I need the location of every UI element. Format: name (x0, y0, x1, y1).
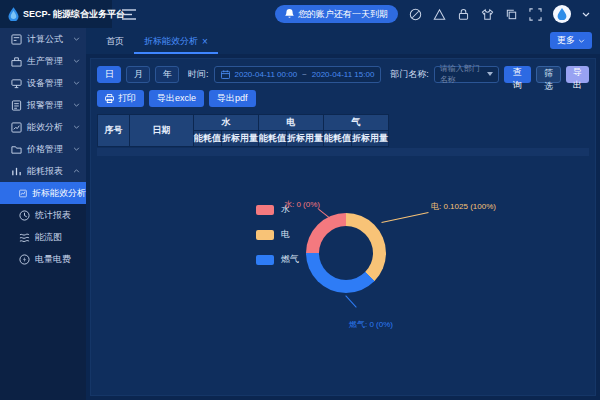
calendar-icon (221, 70, 230, 79)
sidebar-nav: 计算公式 生产管理 设备管理 报警管理 能效分析 价格管理 能耗报表 折标能效分… (0, 28, 86, 400)
lock-icon[interactable] (457, 8, 470, 21)
period-day-button[interactable]: 日 (97, 66, 121, 83)
sidebar-item-production[interactable]: 生产管理 (0, 50, 86, 72)
sidebar-subitem-energy-flow[interactable]: 能流图 (0, 226, 86, 248)
chevron-down-icon (73, 103, 80, 107)
col-header-standard: 折标用量 (287, 131, 324, 147)
chevron-down-icon (73, 147, 80, 151)
badge-icon[interactable] (409, 8, 422, 21)
sidebar-item-efficiency[interactable]: 能效分析 (0, 116, 86, 138)
tab-label: 首页 (106, 35, 124, 48)
col-header-standard: 折标用量 (352, 131, 389, 147)
legend-item-electric[interactable]: 电 (256, 228, 299, 241)
hamburger-menu-icon[interactable] (122, 9, 136, 20)
col-group-gas: 气 (324, 115, 389, 131)
period-year-button[interactable]: 年 (155, 66, 179, 83)
donut-label-water: 水: 0 (0%) (284, 199, 320, 210)
sidebar-item-label: 能效分析 (27, 121, 63, 134)
chart-legend: 水 电 燃气 (256, 203, 299, 266)
search-button[interactable]: 查询 (504, 66, 531, 83)
legend-label: 燃气 (281, 253, 299, 266)
col-header-value: 能耗值 (324, 131, 352, 147)
sidebar-subitem-standard-analysis[interactable]: 折标能效分析 (0, 182, 86, 204)
department-placeholder: 请输入部门名称 (440, 63, 487, 85)
chevron-down-icon (73, 125, 80, 129)
sidebar-subitem-statistics[interactable]: 统计报表 (0, 204, 86, 226)
donut-labelline-electric (381, 212, 428, 223)
date-end-value: 2020-04-11 15:00 (312, 70, 375, 79)
date-start-value: 2020-04-11 00:00 (235, 70, 298, 79)
date-range-input[interactable]: 2020-04-11 00:00 ~ 2020-04-11 15:00 (214, 66, 382, 83)
col-header-no: 序号 (98, 115, 130, 147)
sidebar-item-label: 报警管理 (27, 99, 63, 112)
legend-label: 电 (281, 228, 290, 241)
sidebar-subitem-label: 电量电费 (35, 253, 71, 266)
theme-shirt-icon[interactable] (481, 8, 494, 21)
top-header: SECP- 能源综合业务平台 您的账户还有一天到期 (0, 0, 600, 28)
legend-swatch (256, 255, 274, 265)
col-header-date: 日期 (130, 115, 194, 147)
tab-home[interactable]: 首页 (96, 35, 134, 54)
filter-button[interactable]: 筛选 (536, 66, 561, 83)
logo: SECP- 能源综合业务平台 (0, 0, 112, 28)
legend-item-gas[interactable]: 燃气 (256, 253, 299, 266)
sidebar-item-formula[interactable]: 计算公式 (0, 28, 86, 50)
sidebar-item-equipment[interactable]: 设备管理 (0, 72, 86, 94)
sidebar-item-price[interactable]: 价格管理 (0, 138, 86, 160)
tab-label: 折标能效分析 (144, 35, 198, 48)
col-header-value: 能耗值 (194, 131, 222, 147)
fullscreen-icon[interactable] (529, 8, 542, 21)
col-header-value: 能耗值 (259, 131, 287, 147)
donut-labelline-gas (345, 295, 356, 308)
export-pdf-button[interactable]: 导出pdf (209, 90, 256, 107)
bell-icon (285, 9, 294, 19)
donut-label-gas: 燃气: 0 (0%) (349, 319, 393, 330)
sidebar-subitem-label: 折标能效分析 (32, 187, 86, 200)
sidebar-item-alarm[interactable]: 报警管理 (0, 94, 86, 116)
donut-labelline-water (318, 209, 330, 218)
more-button[interactable]: 更多 (550, 32, 592, 49)
main-area: 首页 折标能效分析 × 更多 日 月 年 时间: 2020-04-11 00:0… (86, 28, 600, 400)
warning-triangle-icon[interactable] (433, 8, 446, 21)
energy-donut-chart-area: 水 电 燃气 水: 0 (0%) 电: 0.1025 (100%) 燃气: 0 … (91, 159, 595, 395)
more-label: 更多 (557, 34, 575, 47)
tab-bar: 首页 折标能效分析 × 更多 (86, 28, 600, 54)
sidebar-item-label: 计算公式 (27, 33, 63, 46)
donut-label-electric: 电: 0.1025 (100%) (431, 201, 496, 212)
export-button[interactable]: 导出 (566, 66, 589, 83)
time-label: 时间: (188, 68, 209, 81)
chevron-down-icon (73, 37, 80, 41)
donut-chart[interactable] (306, 213, 386, 293)
sidebar-subitem-label: 统计报表 (35, 209, 71, 222)
department-select[interactable]: 请输入部门名称 (434, 66, 499, 83)
export-excel-button[interactable]: 导出excle (149, 90, 204, 107)
chevron-down-icon[interactable] (582, 12, 590, 17)
sidebar-item-label: 能耗报表 (27, 165, 63, 178)
close-icon[interactable]: × (202, 38, 208, 46)
period-month-button[interactable]: 月 (126, 66, 150, 83)
flame-logo-icon (8, 7, 19, 21)
legend-swatch (256, 205, 274, 215)
report-table: 序号 日期 水 电 气 能耗值 折标用量 能耗值 折标用量 能耗值 折标用量 (97, 114, 389, 147)
sidebar-item-label: 生产管理 (27, 55, 63, 68)
filter-bar: 日 月 年 时间: 2020-04-11 00:00 ~ 2020-04-11 … (97, 64, 589, 84)
chevron-down-icon (73, 59, 80, 63)
department-label: 部门名称: (390, 68, 429, 81)
date-separator: ~ (302, 70, 307, 79)
print-button[interactable]: 打印 (97, 90, 144, 107)
print-label: 打印 (118, 92, 136, 105)
col-header-standard: 折标用量 (222, 131, 259, 147)
sidebar-item-report[interactable]: 能耗报表 (0, 160, 86, 182)
user-avatar[interactable] (553, 5, 571, 23)
tab-standard-analysis[interactable]: 折标能效分析 × (134, 35, 218, 54)
action-bar: 打印 导出excle 导出pdf (97, 90, 256, 107)
copy-icon[interactable] (505, 8, 518, 21)
sidebar-item-label: 设备管理 (27, 77, 63, 90)
content-panel: 日 月 年 时间: 2020-04-11 00:00 ~ 2020-04-11 … (90, 58, 596, 396)
legend-swatch (256, 230, 274, 240)
chevron-down-icon (487, 72, 493, 76)
sidebar-subitem-electricity-fee[interactable]: 电量电费 (0, 248, 86, 270)
col-group-water: 水 (194, 115, 259, 131)
table-empty-row (97, 148, 589, 156)
account-expiry-notice[interactable]: 您的账户还有一天到期 (275, 5, 398, 23)
